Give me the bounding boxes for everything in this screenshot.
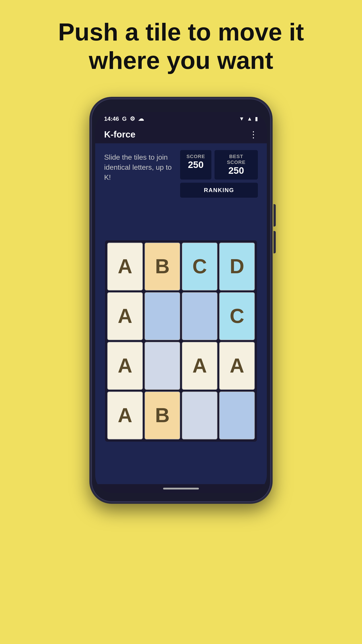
tile-r0-c2[interactable]: C	[182, 242, 217, 290]
score-boxes: SCORE 250 BEST SCORE 250	[180, 150, 258, 180]
tile-r0-c3[interactable]: D	[219, 242, 255, 290]
score-label: SCORE	[186, 154, 205, 160]
home-indicator	[95, 484, 267, 493]
status-time: 14:46	[104, 116, 119, 122]
tile-r0-c0[interactable]: A	[107, 242, 143, 290]
score-row: Slide the tiles to join identical letter…	[104, 150, 258, 198]
volume-down-button[interactable]	[274, 231, 276, 253]
best-score-value: 250	[221, 165, 252, 176]
home-bar	[163, 488, 199, 490]
best-score-box: BEST SCORE 250	[215, 150, 258, 180]
app-bar: K-force ⋮	[95, 126, 267, 143]
tile-r2-c0[interactable]: A	[107, 342, 143, 390]
status-right: ▼ ▲ ▮	[239, 116, 258, 122]
wifi-icon: ▼	[239, 116, 244, 122]
tile-r1-c2[interactable]	[182, 292, 217, 340]
content-area: Slide the tiles to join identical letter…	[95, 143, 267, 484]
tile-r1-c0[interactable]: A	[107, 292, 143, 340]
google-icon: G	[122, 116, 127, 122]
headline: Push a tile to move it where you want	[47, 18, 315, 74]
settings-icon: ⚙	[130, 116, 135, 122]
tile-r3-c0[interactable]: A	[107, 392, 143, 440]
status-left: 14:46 G ⚙ ☁	[104, 116, 144, 122]
tile-r3-c1[interactable]: B	[145, 392, 180, 440]
volume-up-button[interactable]	[274, 204, 276, 226]
phone-screen: 14:46 G ⚙ ☁ ▼ ▲ ▮ K-force ⋮	[95, 112, 267, 493]
tile-r2-c3[interactable]: A	[219, 342, 255, 390]
tile-r2-c2[interactable]: A	[182, 342, 217, 390]
best-score-label: BEST SCORE	[221, 154, 252, 165]
cloud-icon: ☁	[138, 116, 144, 122]
phone-frame: 14:46 G ⚙ ☁ ▼ ▲ ▮ K-force ⋮	[89, 97, 273, 504]
tile-r1-c3[interactable]: C	[219, 292, 255, 340]
tile-r3-c2[interactable]	[182, 392, 217, 440]
tile-r3-c3[interactable]	[219, 392, 255, 440]
description-text: Slide the tiles to join identical letter…	[104, 150, 180, 182]
menu-button[interactable]: ⋮	[249, 129, 258, 140]
headline-line1: Push a tile to move it	[58, 18, 304, 46]
headline-line2: where you want	[89, 46, 273, 74]
signal-icon: ▲	[247, 116, 252, 122]
tile-r2-c1[interactable]	[145, 342, 180, 390]
battery-icon: ▮	[255, 116, 258, 122]
grid-container: ABCDACAAAAB	[104, 204, 258, 478]
score-value: 250	[186, 160, 205, 170]
tile-r1-c1[interactable]	[145, 292, 180, 340]
game-grid: ABCDACAAAAB	[105, 240, 257, 442]
tile-r0-c1[interactable]: B	[145, 242, 180, 290]
phone-mockup: 14:46 G ⚙ ☁ ▼ ▲ ▮ K-force ⋮	[89, 97, 273, 504]
score-box: SCORE 250	[180, 150, 211, 180]
score-section: SCORE 250 BEST SCORE 250 RANKING	[180, 150, 258, 198]
status-bar: 14:46 G ⚙ ☁ ▼ ▲ ▮	[95, 112, 267, 126]
app-title: K-force	[104, 130, 135, 140]
ranking-button[interactable]: RANKING	[180, 183, 258, 198]
